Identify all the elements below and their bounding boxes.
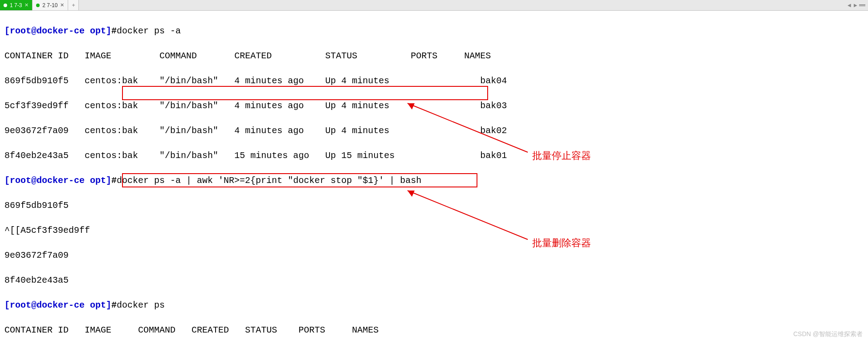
close-icon[interactable]: ✕ — [24, 2, 29, 8]
hash: # — [111, 175, 117, 186]
scroll-right-icon[interactable]: ▶ — [853, 3, 858, 8]
table-row: 9e03672f7a09 centos:bak "/bin/bash" 4 mi… — [4, 125, 864, 137]
command-text: docker ps -a — [117, 26, 181, 36]
prompt: [root@docker-ce opt] — [4, 26, 111, 36]
close-icon[interactable]: ✕ — [60, 2, 64, 8]
table-header: CONTAINER ID IMAGE COMMAND CREATED STATU… — [4, 50, 864, 62]
hash: # — [111, 26, 117, 36]
prompt-line: [root@docker-ce opt]#docker ps -a | awk … — [4, 175, 864, 187]
add-tab-button[interactable]: ＋ — [68, 0, 79, 10]
output-line: 9e03672f7a09 — [4, 249, 864, 262]
tab-label: 2 7-10 — [42, 2, 57, 8]
table-row: 8f40eb2e43a5 centos:bak "/bin/bash" 15 m… — [4, 150, 864, 162]
terminal-output[interactable]: [root@docker-ce opt]#docker ps -a CONTAI… — [0, 11, 868, 341]
annotation-rm: 批量删除容器 — [532, 236, 591, 250]
output-line: ^[[A5cf3f39ed9ff — [4, 224, 864, 237]
prompt: [root@docker-ce opt] — [4, 300, 111, 310]
command-text: docker ps -a | awk 'NR>=2{print "docker … — [117, 175, 421, 186]
output-line: 869f5db910f5 — [4, 199, 864, 212]
status-dot-icon — [4, 4, 7, 7]
tab-bar: 1 7-3 ✕ 2 7-10 ✕ ＋ ◀ ▶ — [0, 0, 868, 11]
command-text: docker ps — [117, 300, 165, 310]
status-dot-icon — [36, 4, 40, 7]
prompt-line: [root@docker-ce opt]#docker ps — [4, 299, 864, 312]
tab-2[interactable]: 2 7-10 ✕ — [33, 0, 68, 10]
hash: # — [111, 300, 117, 310]
prompt-line: [root@docker-ce opt]#docker ps -a — [4, 25, 864, 37]
annotation-stop: 批量停止容器 — [532, 149, 591, 162]
table-header: CONTAINER ID IMAGE COMMAND CREATED STATU… — [4, 324, 864, 337]
table-row: 5cf3f39ed9ff centos:bak "/bin/bash" 4 mi… — [4, 100, 864, 112]
scroll-left-icon[interactable]: ◀ — [847, 3, 852, 8]
menu-icon[interactable] — [859, 4, 865, 6]
watermark: CSDN @智能运维探索者 — [793, 330, 863, 338]
tabbar-controls: ◀ ▶ — [847, 0, 868, 10]
prompt: [root@docker-ce opt] — [4, 175, 111, 186]
tab-label: 1 7-3 — [10, 2, 22, 8]
table-row: 869f5db910f5 centos:bak "/bin/bash" 4 mi… — [4, 75, 864, 87]
tab-1[interactable]: 1 7-3 ✕ — [0, 0, 33, 10]
output-line: 8f40eb2e43a5 — [4, 274, 864, 287]
